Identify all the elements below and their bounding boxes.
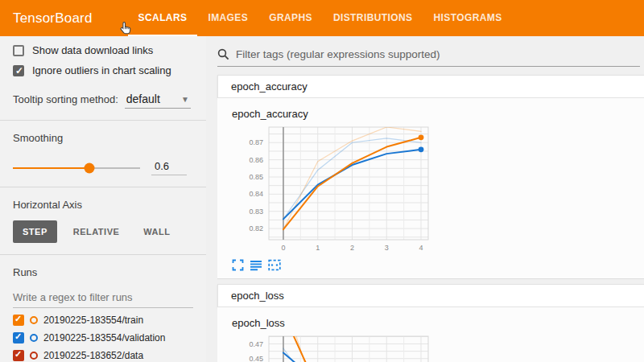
tooltip-sorting-value: default xyxy=(126,93,160,105)
svg-text:1: 1 xyxy=(316,244,320,252)
svg-text:0.84: 0.84 xyxy=(249,190,263,198)
checkbox-row-ignore-outliers-in-chart-scaling: Ignore outliers in chart scaling xyxy=(13,64,193,76)
smoothing-slider-fill xyxy=(13,167,89,169)
svg-text:0.82: 0.82 xyxy=(249,224,263,232)
section-header-epoch-accuracy[interactable]: epoch_accuracy xyxy=(217,75,644,98)
svg-text:0.85: 0.85 xyxy=(249,173,263,181)
tab-scalars[interactable]: SCALARS xyxy=(128,0,198,36)
svg-text:0.47: 0.47 xyxy=(249,340,263,348)
run-row-20190225-183554-validation: 20190225-183554/validation xyxy=(13,332,193,343)
smoothing-value-input[interactable]: 0.6 xyxy=(151,160,187,175)
app-title: TensorBoard xyxy=(13,10,93,27)
toggle-y-axis-icon[interactable] xyxy=(250,259,262,271)
chart-title: epoch_loss xyxy=(232,317,644,329)
tab-histograms[interactable]: HISTOGRAMS xyxy=(423,0,512,36)
run-color-circle[interactable] xyxy=(30,334,38,342)
sidebar-divider xyxy=(0,187,206,187)
horizontal-axis-label: Horizontal Axis xyxy=(13,199,193,211)
expand-chart-icon[interactable] xyxy=(232,259,244,271)
axis-button-relative[interactable]: RELATIVE xyxy=(65,221,128,242)
svg-text:3: 3 xyxy=(385,244,389,252)
run-checkbox[interactable] xyxy=(13,315,24,326)
svg-text:0.45: 0.45 xyxy=(249,355,263,362)
search-icon xyxy=(217,48,229,60)
tooltip-sorting-label: Tooltip sorting method: xyxy=(13,93,118,105)
svg-text:4: 4 xyxy=(419,244,423,252)
fit-domain-to-data-icon[interactable] xyxy=(268,259,281,271)
svg-text:0.87: 0.87 xyxy=(249,138,263,146)
runs-label: Runs xyxy=(13,266,193,278)
run-checkbox[interactable] xyxy=(13,350,24,361)
checkbox-show-data-download-links[interactable] xyxy=(13,45,24,56)
tab-images[interactable]: IMAGES xyxy=(197,0,258,36)
checkbox-ignore-outliers-in-chart-scaling[interactable] xyxy=(13,65,24,76)
run-label[interactable]: 20190225-183554/train xyxy=(43,315,143,326)
chevron-down-icon: ▼ xyxy=(181,95,189,104)
dashboard-tabs: SCALARSIMAGESGRAPHSDISTRIBUTIONSHISTOGRA… xyxy=(128,0,513,36)
section-body-epoch-accuracy: epoch_accuracy 0.820.830.840.850.860.870… xyxy=(217,98,644,279)
tooltip-sorting-row: Tooltip sorting method: default ▼ xyxy=(13,93,193,109)
checkbox-label: Show data download links xyxy=(32,44,153,56)
tooltip-sorting-dropdown[interactable]: default ▼ xyxy=(125,93,191,109)
checkbox-row-show-data-download-links: Show data download links xyxy=(13,44,193,56)
tab-distributions[interactable]: DISTRIBUTIONS xyxy=(323,0,423,36)
horizontal-axis-buttons: STEPRELATIVEWALL xyxy=(13,220,193,243)
scalars-dashboard: Filter tags (regular expressions support… xyxy=(206,36,644,362)
run-color-circle[interactable] xyxy=(30,352,38,360)
sidebar-divider xyxy=(0,120,206,121)
tab-graphs[interactable]: GRAPHS xyxy=(258,0,323,36)
epoch-loss-chart[interactable]: 0.450.4701234 xyxy=(232,332,644,362)
run-label[interactable]: 20190225-183652/data xyxy=(43,350,143,361)
run-row-20190225-183554-train: 20190225-183554/train xyxy=(13,315,193,326)
checkbox-list: Show data download linksIgnore outliers … xyxy=(13,44,193,76)
smoothing-slider-row: 0.6 xyxy=(13,160,193,175)
run-row-20190225-183652-data: 20190225-183652/data xyxy=(13,350,193,361)
epoch-accuracy-chart[interactable]: 0.820.830.840.850.860.8701234 xyxy=(232,123,644,257)
runs-filter-input[interactable]: Write a regex to filter runs xyxy=(13,291,193,308)
svg-text:0: 0 xyxy=(281,244,285,252)
settings-sidebar: Show data download linksIgnore outliers … xyxy=(0,36,206,362)
top-app-bar: TensorBoard SCALARSIMAGESGRAPHSDISTRIBUT… xyxy=(0,0,644,36)
checkbox-label: Ignore outliers in chart scaling xyxy=(32,64,171,76)
smoothing-slider-thumb[interactable] xyxy=(84,162,94,173)
sidebar-divider xyxy=(0,254,206,255)
svg-text:0.83: 0.83 xyxy=(249,208,263,216)
run-checkbox[interactable] xyxy=(13,332,24,343)
mouse-hand-cursor-icon xyxy=(119,21,133,35)
section-body-epoch-loss: epoch_loss 0.450.4701234 xyxy=(217,307,644,362)
run-color-circle[interactable] xyxy=(30,316,38,324)
chart-title: epoch_accuracy xyxy=(232,108,644,120)
svg-text:0.86: 0.86 xyxy=(249,156,263,164)
runs-list: 20190225-183554/train20190225-183554/val… xyxy=(13,315,193,361)
axis-button-wall[interactable]: WALL xyxy=(135,221,178,242)
svg-text:2: 2 xyxy=(350,244,354,252)
smoothing-slider[interactable] xyxy=(13,167,140,169)
chart-toolbar xyxy=(232,259,644,271)
axis-button-step[interactable]: STEP xyxy=(13,220,57,243)
smoothing-label: Smoothing xyxy=(13,132,193,144)
section-header-epoch-loss[interactable]: epoch_loss xyxy=(217,284,644,307)
tag-filter-input[interactable]: Filter tags (regular expressions support… xyxy=(236,48,640,60)
tag-filter-row: Filter tags (regular expressions support… xyxy=(217,48,640,67)
run-label[interactable]: 20190225-183554/validation xyxy=(43,332,165,343)
